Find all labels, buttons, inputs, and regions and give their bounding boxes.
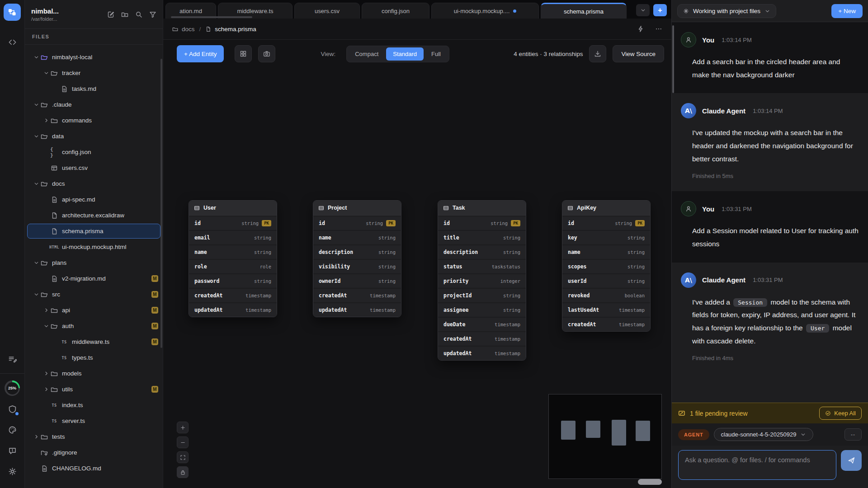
canvas-horizontal-scrollbar[interactable] xyxy=(638,479,662,485)
filter-icon[interactable] xyxy=(149,11,156,18)
entity-field-row[interactable]: descriptionstring xyxy=(313,245,401,259)
tree-item-src[interactable]: srcM xyxy=(25,286,163,302)
chevron-right-icon[interactable] xyxy=(42,386,50,392)
entity-field-row[interactable]: lastUsedAttimestamp xyxy=(562,303,650,317)
entity-field-row[interactable]: createdAttimestamp xyxy=(313,289,401,302)
tab-list-dropdown-button[interactable] xyxy=(636,4,650,16)
chevron-down-icon[interactable] xyxy=(32,181,40,187)
entity-field-row[interactable]: idstringPK xyxy=(313,216,401,230)
settings-gear-icon[interactable] xyxy=(4,463,20,479)
entity-field-row[interactable]: namestring xyxy=(189,245,277,259)
download-button[interactable] xyxy=(589,45,606,62)
new-folder-icon[interactable] xyxy=(121,11,128,18)
tree-item-utils[interactable]: utilsM xyxy=(25,381,163,397)
entity-field-row[interactable]: createdAttimestamp xyxy=(189,289,277,302)
entity-field-row[interactable]: ownerIdstring xyxy=(313,274,401,288)
agent-more-button[interactable]: -- xyxy=(844,428,862,441)
chevron-right-icon[interactable] xyxy=(42,117,50,123)
tree-item-tracker[interactable]: tracker xyxy=(25,65,163,81)
entity-field-row[interactable]: passwordstring xyxy=(189,274,277,288)
zoom-out-button[interactable] xyxy=(177,436,189,448)
app-logo-icon[interactable] xyxy=(4,4,21,21)
code-view-icon[interactable] xyxy=(4,34,20,50)
chevron-down-icon[interactable] xyxy=(32,291,40,297)
entity-field-row[interactable]: rolerole xyxy=(189,260,277,273)
layout-grid-button[interactable] xyxy=(235,45,252,62)
entity-card-User[interactable]: UseridstringPKemailstringnamestringroler… xyxy=(189,200,277,317)
fit-view-button[interactable] xyxy=(177,451,189,463)
chat-messages[interactable]: You1:03:14 PMAdd a search bar in the cir… xyxy=(672,22,868,403)
zoom-in-button[interactable] xyxy=(177,422,189,433)
chevron-right-icon[interactable] xyxy=(32,434,40,440)
snapshot-camera-button[interactable] xyxy=(258,45,275,62)
chevron-down-icon[interactable] xyxy=(42,323,50,329)
model-selector[interactable]: claude-sonnet-4-5-20250929 xyxy=(714,428,814,441)
tab-users.csv[interactable]: users.csv xyxy=(294,3,360,19)
search-icon[interactable] xyxy=(135,11,142,18)
new-file-icon[interactable] xyxy=(107,11,114,18)
tree-item-config.json[interactable]: { }config.json xyxy=(25,144,163,160)
entity-field-row[interactable]: idstringPK xyxy=(562,216,650,230)
entity-field-row[interactable]: createdAttimestamp xyxy=(562,318,650,331)
view-mode-full[interactable]: Full xyxy=(425,47,448,61)
breadcrumb-folder[interactable]: docs xyxy=(182,26,195,33)
tabbar-scrollbar[interactable] xyxy=(171,16,252,18)
tab-ui-mockup.mockup....[interactable]: ui-mockup.mockup.... xyxy=(431,3,539,19)
entity-field-row[interactable]: namestring xyxy=(313,231,401,244)
entity-field-row[interactable]: titlestring xyxy=(438,231,526,244)
new-chat-button[interactable]: + New xyxy=(831,4,863,18)
quick-actions-icon[interactable] xyxy=(637,25,644,33)
entity-field-row[interactable]: idstringPK xyxy=(438,216,526,230)
tree-item-auth[interactable]: authM xyxy=(25,318,163,334)
tree-item-.claude[interactable]: .claude xyxy=(25,97,163,113)
chevron-down-icon[interactable] xyxy=(32,133,40,139)
entity-field-row[interactable]: revokedboolean xyxy=(562,289,650,302)
entity-field-row[interactable]: namestring xyxy=(562,245,650,259)
tree-item-docs[interactable]: docs xyxy=(25,176,163,192)
entity-field-row[interactable]: scopesstring xyxy=(562,260,650,273)
tree-item-tests[interactable]: tests xyxy=(25,429,163,445)
tab-config.json[interactable]: config.json xyxy=(362,3,429,19)
breadcrumb-file[interactable]: schema.prisma xyxy=(215,26,256,33)
tree-item-users.csv[interactable]: users.csv xyxy=(25,160,163,176)
entity-field-row[interactable]: updatedAttimestamp xyxy=(438,347,526,360)
keep-all-button[interactable]: Keep All xyxy=(819,407,862,420)
entity-header[interactable]: Project xyxy=(313,201,401,216)
tree-item-middleware.ts[interactable]: TSmiddleware.tsM xyxy=(25,334,163,350)
minimap[interactable] xyxy=(548,394,662,479)
sidebar-scrollbar[interactable] xyxy=(160,59,162,348)
tree-item-.gitignore[interactable]: .gitignore xyxy=(25,445,163,460)
send-button[interactable] xyxy=(841,450,862,471)
entity-field-row[interactable]: descriptionstring xyxy=(438,245,526,259)
tree-item-api-spec.md[interactable]: api-spec.md xyxy=(25,192,163,207)
view-mode-compact[interactable]: Compact xyxy=(348,47,385,61)
tree-item-nimbalyst-local[interactable]: nimbalyst-local xyxy=(25,49,163,65)
chevron-right-icon[interactable] xyxy=(42,371,50,376)
tree-item-commands[interactable]: commands xyxy=(25,113,163,128)
entity-field-row[interactable]: createdAttimestamp xyxy=(438,332,526,346)
tree-item-v2-migration.md[interactable]: v2-migration.mdM xyxy=(25,271,163,286)
entity-header[interactable]: ApiKey xyxy=(562,201,650,216)
tree-item-architecture.excalidraw[interactable]: architecture.excalidraw xyxy=(25,207,163,223)
chat-scrollbar[interactable] xyxy=(672,25,674,93)
entity-field-row[interactable]: visibilitystring xyxy=(313,260,401,273)
diagram-canvas[interactable]: + Add Entity View: CompactStandardFull 4… xyxy=(163,40,671,488)
entity-field-row[interactable]: assigneestring xyxy=(438,303,526,317)
feedback-icon[interactable] xyxy=(4,442,20,459)
chevron-right-icon[interactable] xyxy=(42,307,50,313)
tree-item-types.ts[interactable]: TStypes.ts xyxy=(25,350,163,366)
tree-item-models[interactable]: models xyxy=(25,366,163,381)
entity-header[interactable]: User xyxy=(189,201,277,216)
tree-item-CHANGELOG.md[interactable]: CHANGELOG.md xyxy=(25,460,163,476)
chat-input[interactable] xyxy=(678,450,836,480)
theme-palette-icon[interactable] xyxy=(4,422,20,438)
security-icon[interactable] xyxy=(4,401,20,417)
entity-field-row[interactable]: updatedAttimestamp xyxy=(313,303,401,317)
entity-field-row[interactable]: emailstring xyxy=(189,231,277,244)
chevron-down-icon[interactable] xyxy=(32,102,40,108)
lock-button[interactable] xyxy=(177,466,189,478)
new-tab-button[interactable]: + xyxy=(653,4,667,16)
chevron-down-icon[interactable] xyxy=(32,54,40,60)
tree-item-ui-mockup.mockup.html[interactable]: HTMLui-mockup.mockup.html xyxy=(25,239,163,255)
entity-field-row[interactable]: keystring xyxy=(562,231,650,244)
